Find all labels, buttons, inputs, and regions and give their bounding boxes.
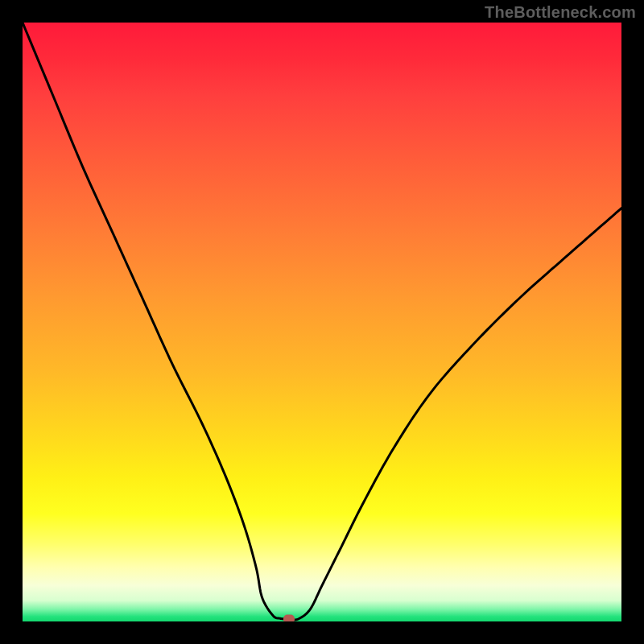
watermark-text: TheBottleneck.com: [485, 3, 636, 22]
optimal-point-marker: [283, 615, 295, 621]
plot-area: [23, 23, 621, 621]
bottleneck-curve: [23, 23, 621, 621]
chart-frame: TheBottleneck.com: [0, 0, 644, 644]
